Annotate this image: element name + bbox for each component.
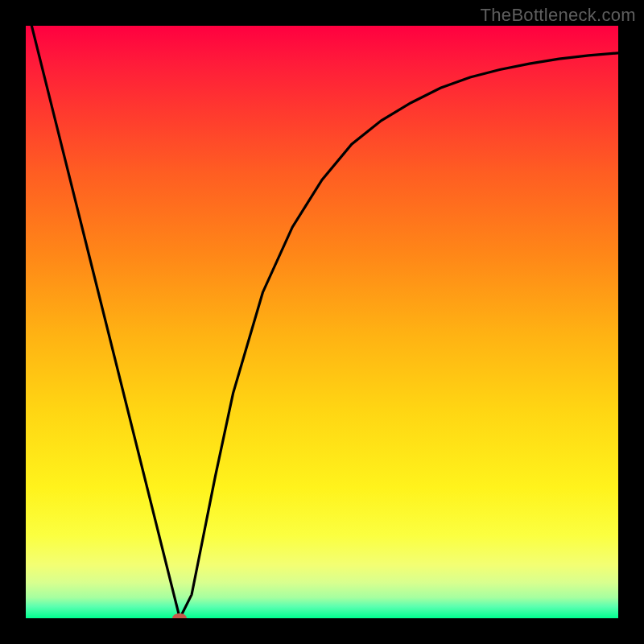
curve-svg (26, 26, 618, 618)
chart-frame: TheBottleneck.com (0, 0, 644, 644)
optimal-point-marker (172, 613, 187, 618)
plot-area (26, 26, 618, 618)
bottleneck-curve (26, 26, 618, 618)
watermark-text: TheBottleneck.com (481, 5, 636, 26)
